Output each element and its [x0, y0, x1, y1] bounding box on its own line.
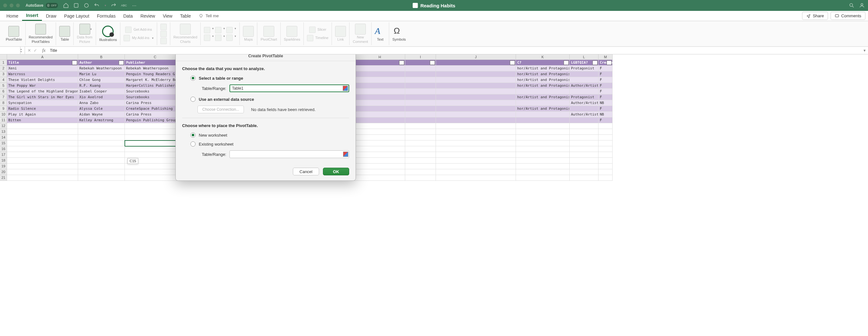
- data-cell[interactable]: [570, 89, 598, 94]
- save-icon[interactable]: [73, 3, 79, 8]
- tab-draw[interactable]: Draw: [42, 11, 60, 21]
- data-cell[interactable]: The Girl with Stars in Her Eyes: [7, 94, 78, 100]
- empty-cell[interactable]: [516, 146, 570, 152]
- empty-cell[interactable]: [78, 141, 125, 146]
- empty-cell[interactable]: [7, 152, 78, 158]
- tab-view[interactable]: View: [159, 11, 176, 21]
- empty-cell[interactable]: [7, 175, 78, 181]
- empty-cell[interactable]: [516, 135, 570, 141]
- empty-cell[interactable]: [598, 158, 613, 163]
- empty-cell[interactable]: [405, 141, 436, 146]
- empty-cell[interactable]: [570, 135, 598, 141]
- home-icon[interactable]: [63, 3, 69, 8]
- row-header-13[interactable]: 13: [0, 129, 7, 135]
- empty-cell[interactable]: [516, 129, 570, 135]
- empty-cell[interactable]: [570, 129, 598, 135]
- confirm-edit-icon[interactable]: ✓: [34, 48, 37, 53]
- empty-cell[interactable]: [598, 163, 613, 169]
- data-cell[interactable]: [436, 94, 516, 100]
- column-header-M[interactable]: M: [598, 54, 613, 60]
- history-icon[interactable]: [84, 3, 89, 8]
- empty-cell[interactable]: [7, 129, 78, 135]
- data-cell[interactable]: [405, 77, 436, 83]
- empty-cell[interactable]: [516, 175, 570, 181]
- data-cell[interactable]: Isabel Cooper: [78, 89, 125, 94]
- empty-cell[interactable]: [354, 158, 405, 163]
- ribbon-illustrations[interactable]: Illustrations: [96, 22, 121, 45]
- data-cell[interactable]: [570, 106, 598, 112]
- empty-cell[interactable]: [516, 152, 570, 158]
- ribbon-pivotchart[interactable]: PivotChart: [257, 22, 280, 45]
- row-header-5[interactable]: 5: [0, 83, 7, 89]
- column-header-A[interactable]: A: [7, 54, 78, 60]
- data-cell[interactable]: hor/Artist and Protagonist: [516, 77, 570, 83]
- data-cell[interactable]: R.F. Kuang: [78, 83, 125, 89]
- data-cell[interactable]: [405, 100, 436, 106]
- spreadsheet-grid[interactable]: ABCDEFGHIJKLM1TitleAuthorPublisherC?LGBT…: [0, 54, 868, 336]
- more-icon[interactable]: ⋯: [131, 3, 137, 8]
- empty-cell[interactable]: [78, 158, 125, 163]
- data-cell[interactable]: Xeni: [7, 66, 78, 71]
- data-cell[interactable]: F: [598, 71, 613, 77]
- empty-cell[interactable]: [436, 129, 516, 135]
- empty-cell[interactable]: [354, 135, 405, 141]
- empty-cell[interactable]: [354, 146, 405, 152]
- tell-me-search[interactable]: Tell me: [198, 13, 219, 19]
- empty-cell[interactable]: [436, 163, 516, 169]
- empty-cell[interactable]: [436, 146, 516, 152]
- share-button[interactable]: Share: [802, 12, 828, 20]
- data-cell[interactable]: Author/Artist and Protagonist: [570, 112, 598, 117]
- empty-cell[interactable]: [405, 146, 436, 152]
- empty-cell[interactable]: [354, 141, 405, 146]
- comments-button[interactable]: Comments: [831, 12, 865, 20]
- scatter-chart-icon[interactable]: [215, 35, 221, 41]
- close-window[interactable]: [3, 3, 7, 7]
- data-cell[interactable]: Play it Again: [7, 112, 78, 117]
- table-header-cell[interactable]: [405, 60, 436, 66]
- data-cell[interactable]: NB: [598, 100, 613, 106]
- column-header-L[interactable]: L: [570, 54, 598, 60]
- data-cell[interactable]: [354, 66, 405, 71]
- data-cell[interactable]: [354, 106, 405, 112]
- data-cell[interactable]: [405, 71, 436, 77]
- data-cell[interactable]: [405, 117, 436, 123]
- empty-cell[interactable]: [570, 158, 598, 163]
- radio-external-source[interactable]: Use an external data source: [190, 97, 349, 102]
- data-cell[interactable]: [354, 100, 405, 106]
- name-box-stepper[interactable]: ▴▾: [21, 47, 25, 54]
- data-cell[interactable]: [354, 83, 405, 89]
- empty-cell[interactable]: [405, 135, 436, 141]
- data-cell[interactable]: [436, 89, 516, 94]
- empty-cell[interactable]: [570, 175, 598, 181]
- ribbon-maps[interactable]: Maps: [240, 22, 257, 45]
- table-header-cell[interactable]: Author: [78, 60, 125, 66]
- data-cell[interactable]: F: [598, 106, 613, 112]
- row-header-16[interactable]: 16: [0, 146, 7, 152]
- tab-insert[interactable]: Insert: [22, 11, 42, 21]
- row-header-10[interactable]: 10: [0, 112, 7, 117]
- slicer-button[interactable]: Slicer: [309, 27, 327, 33]
- empty-cell[interactable]: [598, 175, 613, 181]
- empty-cell[interactable]: [405, 158, 436, 163]
- data-cell[interactable]: hor/Artist and Protagonist: [516, 66, 570, 71]
- cancel-edit-icon[interactable]: ✕: [28, 48, 31, 53]
- data-cell[interactable]: hor/Artist and Protagonist: [516, 83, 570, 89]
- tab-page-layout[interactable]: Page Layout: [60, 11, 93, 21]
- data-cell[interactable]: F: [598, 117, 613, 123]
- ribbon-rec-charts[interactable]: Recommended Charts: [170, 22, 201, 45]
- data-cell[interactable]: NB: [598, 112, 613, 117]
- row-header-3[interactable]: 3: [0, 71, 7, 77]
- empty-cell[interactable]: [405, 169, 436, 175]
- data-cell[interactable]: Author/Artist and Protagonist: [570, 100, 598, 106]
- bar-chart-icon[interactable]: [226, 35, 233, 41]
- ribbon-new-comment[interactable]: New Comment: [349, 22, 372, 45]
- empty-cell[interactable]: [405, 129, 436, 135]
- undo-dropdown[interactable]: ▾: [105, 4, 106, 7]
- empty-cell[interactable]: [7, 146, 78, 152]
- empty-cell[interactable]: [405, 152, 436, 158]
- radio-new-worksheet[interactable]: New worksheet: [190, 132, 349, 138]
- empty-cell[interactable]: [598, 152, 613, 158]
- empty-cell[interactable]: [436, 169, 516, 175]
- name-box[interactable]: [0, 47, 21, 54]
- empty-cell[interactable]: [405, 175, 436, 181]
